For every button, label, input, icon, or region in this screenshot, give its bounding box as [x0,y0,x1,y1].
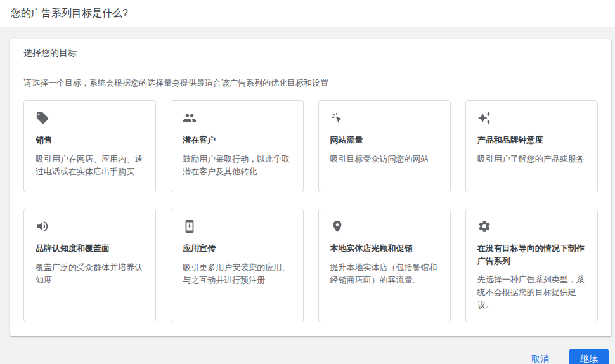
goal-title: 品牌认知度和覆盖面 [36,242,144,255]
people-icon [183,111,291,126]
goal-title: 潜在客户 [183,134,291,146]
location-pin-icon [330,219,439,235]
panel-body: 请选择一个目标，系统会根据您的选择量身提供最适合该广告系列的优化目标和设置 销售… [10,67,611,336]
goal-card-product-brand-consideration[interactable]: 产品和品牌钟意度 吸引用户了解您的产品或服务 [465,100,598,192]
goal-card-app-promotion[interactable]: 应用宣传 吸引更多用户安装您的应用、与之互动并进行预注册 [171,209,303,322]
goal-description: 鼓励用户采取行动，以此争取潜在客户及其他转化 [183,153,291,178]
goal-card-website-traffic[interactable]: 网站流量 吸引目标受众访问您的网站 [318,100,451,192]
goal-title: 销售 [36,134,144,146]
footer-actions: 取消 继续 [0,349,609,364]
tag-icon [36,111,144,126]
goal-title: 产品和品牌钟意度 [477,134,586,146]
panel-title: 选择您的目标 [10,39,611,67]
goal-description: 提升本地实体店（包括餐馆和经销商店面）的客流量。 [330,261,439,287]
goal-description: 吸引用户了解您的产品或服务 [477,153,586,166]
goal-selection-panel: 选择您的目标 请选择一个目标，系统会根据您的选择量身提供最适合该广告系列的优化目… [10,39,611,336]
cancel-button[interactable]: 取消 [528,349,553,364]
goal-description: 先选择一种广告系列类型，系统不会根据您的目标提供建议。 [477,273,586,311]
goal-card-leads[interactable]: 潜在客户 鼓励用户采取行动，以此争取潜在客户及其他转化 [171,100,303,192]
goals-grid: 销售 吸引用户在网店、应用内、通过电话或在实体店出手购买 潜在客户 鼓励用户采取… [23,100,598,322]
goal-title: 应用宣传 [183,242,291,255]
speaker-icon [36,219,144,235]
goal-description: 吸引用户在网店、应用内、通过电话或在实体店出手购买 [36,153,144,178]
cursor-click-icon [330,111,439,126]
gear-icon [477,219,586,235]
goal-description: 覆盖广泛的受众群体并培养认知度 [36,261,144,287]
continue-button[interactable]: 继续 [569,349,609,364]
panel-subtitle: 请选择一个目标，系统会根据您的选择量身提供最适合该广告系列的优化目标和设置 [23,77,598,89]
page-title: 您的广告系列目标是什么? [11,7,128,20]
goal-description: 吸引目标受众访问您的网站 [330,153,439,166]
goal-card-brand-awareness-reach[interactable]: 品牌认知度和覆盖面 覆盖广泛的受众群体并培养认知度 [23,209,156,322]
goal-title: 本地实体店光顾和促销 [330,242,439,255]
goal-description: 吸引更多用户安装您的应用、与之互动并进行预注册 [183,261,291,287]
goal-title: 在没有目标导向的情况下制作广告系列 [477,242,586,267]
goal-title: 网站流量 [330,134,439,146]
sparkles-icon [477,111,586,126]
goal-card-no-goal[interactable]: 在没有目标导向的情况下制作广告系列 先选择一种广告系列类型，系统不会根据您的目标… [465,209,598,322]
goal-card-local-store-visits[interactable]: 本地实体店光顾和促销 提升本地实体店（包括餐馆和经销商店面）的客流量。 [318,209,451,322]
phone-download-icon [183,219,291,235]
goal-card-sales[interactable]: 销售 吸引用户在网店、应用内、通过电话或在实体店出手购买 [23,100,156,192]
page-header: 您的广告系列目标是什么? [0,0,615,27]
